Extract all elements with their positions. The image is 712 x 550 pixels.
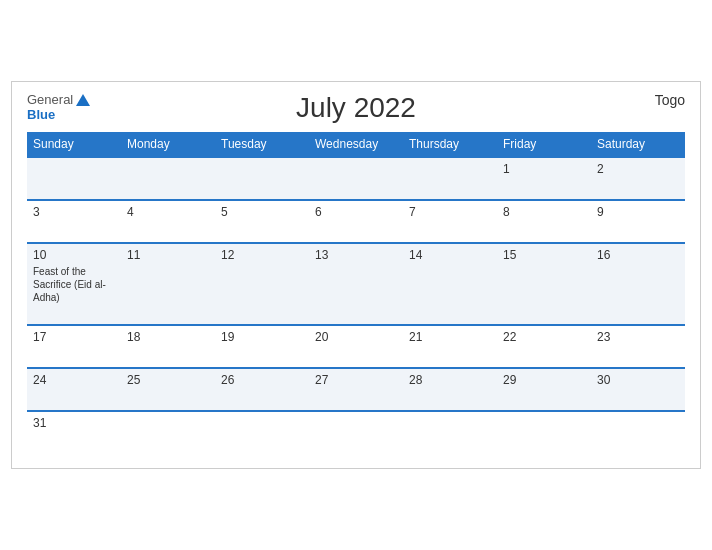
day-number: 7	[409, 205, 491, 219]
calendar-week-row: 12	[27, 157, 685, 200]
day-number: 30	[597, 373, 679, 387]
calendar-cell: 17	[27, 325, 121, 368]
weekday-header-sunday: Sunday	[27, 132, 121, 157]
calendar-cell: 28	[403, 368, 497, 411]
day-number: 28	[409, 373, 491, 387]
calendar-cell: 21	[403, 325, 497, 368]
day-number: 17	[33, 330, 115, 344]
calendar-cell	[121, 157, 215, 200]
calendar-cell: 8	[497, 200, 591, 243]
weekday-header-thursday: Thursday	[403, 132, 497, 157]
event-text: Feast of the Sacrifice (Eid al-Adha)	[33, 265, 115, 304]
calendar-cell: 19	[215, 325, 309, 368]
calendar-cell	[497, 411, 591, 453]
day-number: 4	[127, 205, 209, 219]
calendar-cell: 20	[309, 325, 403, 368]
calendar-week-row: 17181920212223	[27, 325, 685, 368]
calendar-cell	[309, 411, 403, 453]
day-number: 11	[127, 248, 209, 262]
day-number: 16	[597, 248, 679, 262]
day-number: 25	[127, 373, 209, 387]
calendar-cell	[215, 157, 309, 200]
calendar-cell: 10Feast of the Sacrifice (Eid al-Adha)	[27, 243, 121, 325]
logo-triangle-icon	[76, 94, 90, 106]
weekday-header-saturday: Saturday	[591, 132, 685, 157]
calendar-cell: 26	[215, 368, 309, 411]
calendar-cell: 14	[403, 243, 497, 325]
weekday-header-tuesday: Tuesday	[215, 132, 309, 157]
day-number: 31	[33, 416, 115, 430]
calendar-cell: 13	[309, 243, 403, 325]
calendar-cell: 15	[497, 243, 591, 325]
day-number: 22	[503, 330, 585, 344]
calendar-cell: 4	[121, 200, 215, 243]
calendar-cell: 16	[591, 243, 685, 325]
calendar-header: General Blue July 2022 Togo	[27, 92, 685, 124]
calendar-thead: SundayMondayTuesdayWednesdayThursdayFrid…	[27, 132, 685, 157]
calendar-cell: 22	[497, 325, 591, 368]
calendar-cell: 30	[591, 368, 685, 411]
calendar-cell: 31	[27, 411, 121, 453]
day-number: 27	[315, 373, 397, 387]
calendar-container: General Blue July 2022 Togo SundayMonday…	[11, 81, 701, 469]
day-number: 13	[315, 248, 397, 262]
calendar-cell	[27, 157, 121, 200]
calendar-cell: 12	[215, 243, 309, 325]
calendar-cell: 7	[403, 200, 497, 243]
day-number: 26	[221, 373, 303, 387]
calendar-cell: 2	[591, 157, 685, 200]
calendar-cell: 18	[121, 325, 215, 368]
day-number: 9	[597, 205, 679, 219]
calendar-cell: 11	[121, 243, 215, 325]
calendar-cell	[215, 411, 309, 453]
calendar-cell	[309, 157, 403, 200]
day-number: 23	[597, 330, 679, 344]
day-number: 5	[221, 205, 303, 219]
day-number: 2	[597, 162, 679, 176]
calendar-cell: 23	[591, 325, 685, 368]
calendar-body: 12345678910Feast of the Sacrifice (Eid a…	[27, 157, 685, 453]
calendar-cell: 29	[497, 368, 591, 411]
day-number: 3	[33, 205, 115, 219]
day-number: 8	[503, 205, 585, 219]
calendar-cell	[403, 157, 497, 200]
calendar-week-row: 24252627282930	[27, 368, 685, 411]
calendar-table: SundayMondayTuesdayWednesdayThursdayFrid…	[27, 132, 685, 453]
day-number: 14	[409, 248, 491, 262]
calendar-cell: 25	[121, 368, 215, 411]
weekday-header-wednesday: Wednesday	[309, 132, 403, 157]
day-number: 24	[33, 373, 115, 387]
calendar-cell: 3	[27, 200, 121, 243]
country-label: Togo	[655, 92, 685, 108]
day-number: 18	[127, 330, 209, 344]
weekday-header-row: SundayMondayTuesdayWednesdayThursdayFrid…	[27, 132, 685, 157]
calendar-week-row: 31	[27, 411, 685, 453]
calendar-cell: 24	[27, 368, 121, 411]
calendar-cell	[591, 411, 685, 453]
calendar-cell	[121, 411, 215, 453]
day-number: 20	[315, 330, 397, 344]
logo: General Blue	[27, 92, 90, 122]
day-number: 12	[221, 248, 303, 262]
logo-general-text: General	[27, 92, 90, 107]
weekday-header-friday: Friday	[497, 132, 591, 157]
day-number: 6	[315, 205, 397, 219]
calendar-week-row: 3456789	[27, 200, 685, 243]
calendar-cell: 6	[309, 200, 403, 243]
calendar-week-row: 10Feast of the Sacrifice (Eid al-Adha)11…	[27, 243, 685, 325]
weekday-header-monday: Monday	[121, 132, 215, 157]
day-number: 1	[503, 162, 585, 176]
logo-blue-text: Blue	[27, 107, 55, 122]
calendar-cell: 9	[591, 200, 685, 243]
day-number: 10	[33, 248, 115, 262]
calendar-cell: 27	[309, 368, 403, 411]
calendar-cell: 1	[497, 157, 591, 200]
calendar-cell	[403, 411, 497, 453]
day-number: 29	[503, 373, 585, 387]
calendar-cell: 5	[215, 200, 309, 243]
day-number: 21	[409, 330, 491, 344]
day-number: 19	[221, 330, 303, 344]
day-number: 15	[503, 248, 585, 262]
calendar-title: July 2022	[27, 92, 685, 124]
